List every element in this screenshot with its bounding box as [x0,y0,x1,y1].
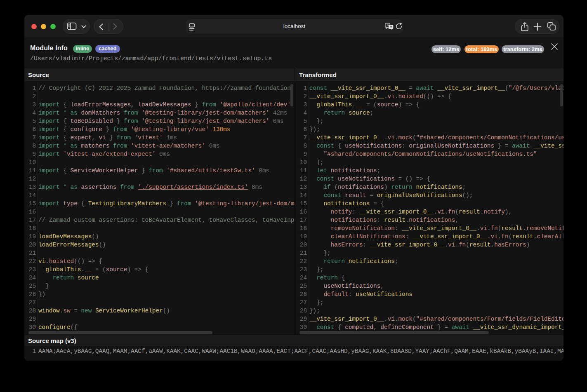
svg-text:✶: ✶ [390,25,393,29]
